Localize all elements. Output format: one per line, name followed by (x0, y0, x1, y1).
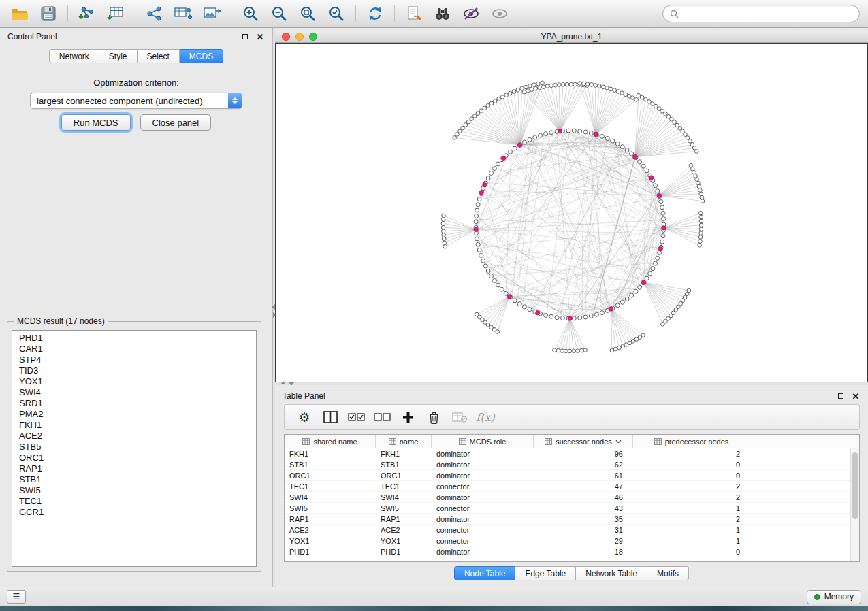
tab-style[interactable]: Style (99, 49, 138, 63)
delete-table-icon (452, 412, 467, 423)
close-panel-button[interactable]: ✕ (255, 32, 265, 42)
zoom-out-button[interactable] (265, 2, 293, 25)
mcds-result-item[interactable]: PMA2 (12, 409, 256, 420)
network-graph[interactable] (276, 44, 867, 382)
tab-node-table[interactable]: Node Table (454, 566, 516, 580)
table-cell: dominator (432, 450, 534, 458)
zoom-selected-button[interactable] (322, 2, 351, 25)
network-canvas[interactable] (275, 43, 868, 382)
tab-mcds[interactable]: MCDS (180, 49, 223, 63)
dropdown-value: largest connected component (undirected) (31, 96, 228, 106)
table-cell: dominator (432, 472, 534, 480)
mcds-result-item[interactable]: STP4 (12, 354, 256, 365)
close-window-button[interactable] (282, 33, 290, 41)
mcds-result-item[interactable]: FKH1 (12, 420, 256, 431)
minimize-window-button[interactable] (295, 33, 304, 41)
mcds-result-item[interactable]: SRD1 (12, 398, 256, 409)
search-network-button[interactable] (428, 2, 457, 25)
column-header-predecessor-nodes[interactable]: predecessor nodes (633, 435, 750, 448)
memory-button[interactable]: Memory (807, 590, 861, 604)
mcds-result-item[interactable]: GCR1 (12, 507, 256, 518)
table-panel: Table Panel ✕ ⚙ (275, 385, 868, 587)
toggle-graphics-details-button[interactable] (457, 2, 485, 25)
table-row[interactable]: RAP1RAP1dominator352 (285, 514, 859, 525)
column-header-shared-name[interactable]: shared name (285, 435, 376, 448)
column-header-name[interactable]: name (376, 435, 432, 448)
refresh-layout-button[interactable] (361, 2, 389, 25)
tab-motifs[interactable]: Motifs (647, 566, 689, 580)
mcds-result-item[interactable]: SWI4 (12, 387, 256, 398)
table-row[interactable]: YOX1YOX1connector291 (285, 535, 859, 546)
column-header-successor-nodes[interactable]: successor nodes (534, 435, 633, 448)
save-session-button[interactable] (34, 2, 63, 25)
table-settings-button[interactable]: ⚙ (291, 407, 317, 427)
table-row[interactable]: ORC1ORC1dominator610 (285, 470, 859, 481)
toolbar-separator (231, 5, 231, 22)
table-row[interactable]: STB1STB1dominator620 (285, 459, 859, 470)
new-network-from-selection-button[interactable] (140, 2, 169, 25)
show-columns-button[interactable] (317, 407, 343, 427)
mcds-result-item[interactable]: TID3 (12, 365, 256, 376)
tab-edge-table[interactable]: Edge Table (515, 566, 576, 580)
scrollbar-thumb[interactable] (852, 452, 858, 519)
search-input[interactable] (683, 9, 852, 18)
global-search-field[interactable] (662, 5, 860, 22)
table-row[interactable]: ACE2ACE2connector311 (285, 525, 859, 535)
table-cell: 62 (534, 461, 633, 469)
zoom-fit-button[interactable] (293, 2, 322, 25)
select-all-columns-button[interactable] (343, 407, 369, 427)
import-network-button[interactable] (73, 2, 101, 25)
mcds-result-item[interactable]: PHD1 (12, 333, 256, 344)
toolbar-separator (135, 5, 135, 22)
mcds-result-list[interactable]: PHD1CAR1STP4TID3YOX1SWI4SRD1PMA2FKH1ACE2… (12, 330, 257, 567)
import-table-button[interactable] (101, 2, 130, 25)
close-table-panel-button[interactable]: ✕ (851, 391, 861, 401)
export-document-button[interactable] (400, 2, 428, 25)
delete-column-button[interactable] (421, 407, 447, 427)
create-column-button[interactable] (395, 407, 421, 427)
graphics-details-icon (462, 5, 480, 22)
mcds-result-item[interactable]: STB5 (12, 442, 256, 452)
export-network-button[interactable] (169, 2, 197, 25)
float-panel-button[interactable] (240, 32, 250, 42)
level-of-detail-button[interactable] (485, 2, 514, 25)
network-view-titlebar[interactable]: YPA_prune.txt_1 (275, 31, 868, 43)
open-session-button[interactable] (5, 2, 34, 25)
optimization-criterion-select[interactable]: largest connected component (undirected) (30, 93, 242, 109)
column-header-MCDS-role[interactable]: MCDS role (432, 435, 534, 448)
unchecked-boxes-icon (374, 412, 391, 423)
table-cell: STB1 (376, 461, 432, 469)
table-row[interactable]: SWI5SWI5connector431 (285, 503, 859, 514)
export-image-button[interactable] (197, 2, 226, 25)
close-mcds-panel-button[interactable]: Close panel (140, 114, 212, 131)
table-cell: YOX1 (376, 537, 432, 545)
table-cell: 46 (534, 493, 633, 501)
table-scrollbar[interactable] (850, 448, 859, 561)
mcds-result-item[interactable]: YOX1 (12, 376, 256, 387)
mcds-result-item[interactable]: CAR1 (12, 344, 256, 354)
tab-network[interactable]: Network (49, 49, 99, 63)
column-type-icon (302, 438, 310, 445)
mcds-result-item[interactable]: TEC1 (12, 496, 256, 507)
table-cell: 2 (633, 515, 750, 523)
zoom-in-button[interactable] (236, 2, 265, 25)
mcds-result-item[interactable]: RAP1 (12, 463, 256, 474)
mcds-result-item[interactable]: ORC1 (12, 452, 256, 463)
toolbar-separator (355, 5, 356, 22)
table-cell: TEC1 (376, 482, 432, 491)
status-menu-button[interactable]: ☰ (7, 590, 26, 604)
column-type-icon (389, 438, 396, 445)
mcds-result-item[interactable]: SWI5 (12, 485, 256, 496)
unselect-all-columns-button[interactable] (369, 407, 395, 427)
table-row[interactable]: PHD1PHD1dominator180 (285, 546, 859, 557)
maximize-window-button[interactable] (309, 33, 317, 41)
tab-network-table[interactable]: Network Table (576, 566, 647, 580)
table-row[interactable]: FKH1FKH1dominator962 (285, 448, 859, 459)
table-row[interactable]: TEC1TEC1connector472 (285, 481, 859, 492)
run-mcds-button[interactable]: Run MCDS (61, 114, 131, 131)
tab-select[interactable]: Select (138, 49, 180, 63)
float-table-panel-button[interactable] (836, 391, 846, 401)
table-row[interactable]: SWI4SWI4dominator462 (285, 492, 859, 503)
mcds-result-item[interactable]: ACE2 (12, 431, 256, 442)
mcds-result-item[interactable]: STB1 (12, 474, 256, 485)
